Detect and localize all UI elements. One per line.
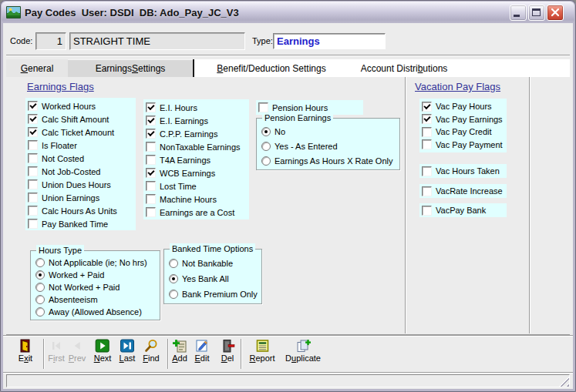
checkbox-label: VacRate Increase bbox=[436, 186, 503, 196]
checkbox-row[interactable]: WCB Earnings bbox=[146, 166, 249, 179]
checkbox-label: Lost Time bbox=[160, 182, 197, 191]
checkbox-icon bbox=[422, 206, 432, 216]
tab-account-distributions[interactable]: Account Distributions bbox=[342, 59, 466, 77]
checkbox-icon bbox=[28, 193, 38, 203]
toolbar-button-label: Edit bbox=[195, 353, 210, 363]
edit-pencil-icon bbox=[194, 338, 211, 353]
toolbar-button-label: Add bbox=[172, 353, 187, 363]
checkbox-row[interactable]: Not Costed bbox=[28, 152, 136, 165]
tab-general[interactable]: General bbox=[6, 59, 68, 77]
banked-time-group: Banked Time Options Not Bankable Yes Ban… bbox=[163, 249, 262, 304]
checkbox-row[interactable]: Calc Shift Amount bbox=[28, 112, 136, 126]
checkbox-row[interactable]: Vac Pay Credit bbox=[422, 126, 507, 139]
toolbar-button-find[interactable]: Find bbox=[143, 338, 160, 363]
checkbox-row[interactable]: VacRate Increase bbox=[422, 186, 507, 196]
find-magnifier-icon bbox=[143, 338, 160, 353]
checkbox-icon bbox=[146, 129, 156, 139]
checkbox-row[interactable]: E.I. Hours bbox=[146, 101, 249, 114]
code-field[interactable]: 1 bbox=[35, 32, 66, 50]
radio-row[interactable]: Worked + Paid bbox=[35, 270, 158, 281]
checkbox-row[interactable]: T4A Earnings bbox=[146, 153, 249, 166]
radio-row[interactable]: Away (Allowed Absence) bbox=[35, 307, 158, 318]
checkbox-row[interactable]: Vac Pay Earnings bbox=[422, 113, 507, 126]
checkbox-row[interactable]: Is Floater bbox=[28, 139, 136, 152]
checkbox-row[interactable]: Lost Time bbox=[146, 179, 249, 193]
radio-row[interactable]: Not Bankable bbox=[169, 257, 260, 270]
checkbox-row[interactable]: Pay Banked Time bbox=[28, 217, 136, 230]
checkbox-row[interactable]: E.I. Earnings bbox=[146, 114, 249, 127]
radio-row[interactable]: Not Worked + Paid bbox=[35, 282, 158, 293]
checkbox-row[interactable]: Machine Hours bbox=[146, 193, 249, 206]
radio-row[interactable]: Earnings As Hours X Rate Only bbox=[261, 154, 398, 167]
toolbar-button-duplicate[interactable]: Duplicate bbox=[285, 338, 321, 363]
toolbar-button-last[interactable]: Last bbox=[119, 338, 136, 363]
checkbox-row[interactable]: Earnings are a Cost bbox=[146, 206, 249, 219]
checkbox-row[interactable]: Pension Hours bbox=[258, 102, 363, 112]
titlebar[interactable]: Pay Codes User: DSDI DB: Ado_Pay_JC_V3 bbox=[2, 2, 574, 23]
checkbox-row[interactable]: Not Job-Costed bbox=[28, 165, 136, 178]
toolbar-button-add[interactable]: Add bbox=[171, 338, 188, 363]
toolbar-top-divider bbox=[3, 335, 573, 336]
radio-icon bbox=[35, 270, 45, 280]
type-field[interactable]: Earnings bbox=[273, 33, 386, 49]
description-field[interactable]: STRAIGHT TIME bbox=[69, 32, 245, 50]
checkbox-label: E.I. Hours bbox=[160, 103, 197, 112]
header-divider bbox=[6, 55, 570, 55]
minimize-button[interactable] bbox=[510, 5, 527, 21]
checkbox-row[interactable]: Worked Hours bbox=[28, 99, 136, 112]
toolbar-button-label: Find bbox=[143, 353, 159, 363]
window-title: Pay Codes User: DSDI DB: Ado_Pay_JC_V3 bbox=[25, 7, 510, 18]
checkbox-row[interactable]: Vac Pay Payment bbox=[422, 139, 507, 152]
hours-type-group: Hours Type Not Applicable (ie; No hrs) W… bbox=[30, 250, 160, 320]
radio-label: No bbox=[275, 127, 285, 136]
checkbox-label: Machine Hours bbox=[160, 195, 217, 204]
radio-icon bbox=[261, 142, 271, 151]
radio-label: Bank Premium Only bbox=[182, 290, 258, 299]
resize-grip-icon[interactable] bbox=[559, 377, 569, 387]
toolbar-button-prev[interactable]: Prev bbox=[69, 338, 86, 363]
checkbox-label: Worked Hours bbox=[42, 102, 96, 111]
checkbox-row[interactable]: Union Earnings bbox=[28, 191, 136, 204]
checkbox-row[interactable]: Vac Hours Taken bbox=[422, 166, 507, 176]
close-button[interactable] bbox=[547, 5, 564, 21]
toolbar-button-next[interactable]: Next bbox=[94, 338, 112, 363]
radio-row[interactable]: Bank Premium Only bbox=[169, 288, 260, 301]
radio-row[interactable]: No bbox=[261, 126, 398, 139]
radio-icon bbox=[169, 290, 178, 299]
toolbar-button-label: Del bbox=[221, 353, 234, 363]
maximize-button[interactable] bbox=[528, 5, 545, 21]
radio-icon bbox=[169, 259, 178, 268]
type-value: Earnings bbox=[277, 35, 320, 47]
radio-row[interactable]: Yes Bank All bbox=[169, 273, 260, 286]
checkbox-row[interactable]: Calc Hours As Units bbox=[28, 204, 136, 217]
next-arrow-icon bbox=[94, 338, 111, 353]
checkbox-row[interactable]: VacPay Bank bbox=[422, 205, 507, 216]
toolbar-button-report[interactable]: Report bbox=[249, 338, 275, 363]
checkbox-label: Calc Ticket Amount bbox=[42, 128, 114, 137]
toolbar-button-exit[interactable]: Exit bbox=[17, 338, 34, 363]
status-bar bbox=[6, 374, 570, 387]
toolbar-button-edit[interactable]: Edit bbox=[194, 338, 211, 363]
toolbar-separator bbox=[43, 339, 44, 369]
tab-benefit-deduction-settings[interactable]: Benefit/Deduction Settings bbox=[200, 59, 342, 77]
exit-door-icon bbox=[17, 338, 34, 353]
checkbox-row[interactable]: C.P.P. Earnings bbox=[146, 127, 249, 140]
tab-earnings-settings[interactable]: Earnings Settings bbox=[68, 59, 193, 77]
checkbox-label: Calc Hours As Units bbox=[42, 206, 117, 216]
toolbar-button-first[interactable]: First bbox=[48, 338, 65, 363]
radio-row[interactable]: Absenteeism bbox=[35, 294, 158, 306]
checkbox-row[interactable]: Calc Ticket Amount bbox=[28, 126, 136, 139]
radio-row[interactable]: Not Applicable (ie; No hrs) bbox=[35, 257, 158, 269]
checkbox-row[interactable]: NonTaxable Earnings bbox=[146, 140, 249, 153]
checkbox-label: C.P.P. Earnings bbox=[160, 129, 217, 139]
checkbox-row[interactable]: Union Dues Hours bbox=[28, 178, 136, 191]
toolbar-button-label: Prev bbox=[69, 353, 86, 363]
toolbar-button-del[interactable]: Del bbox=[219, 338, 236, 363]
checkbox-label: Is Floater bbox=[42, 141, 77, 150]
checkbox-icon bbox=[28, 166, 38, 176]
vacation-right-divider bbox=[529, 77, 530, 333]
toolbar-button-label: Exit bbox=[19, 353, 32, 363]
checkbox-row[interactable]: Vac Pay Hours bbox=[422, 100, 507, 113]
checkbox-icon bbox=[28, 219, 38, 229]
radio-row[interactable]: Yes - As Entered bbox=[261, 139, 398, 152]
